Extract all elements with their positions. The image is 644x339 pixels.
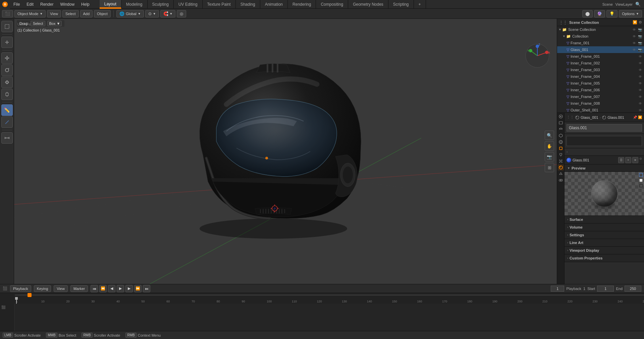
select-box-label[interactable]: Select xyxy=(31,21,46,26)
preview-tab-material-balls[interactable]: ⊙ xyxy=(639,183,643,188)
play-btn[interactable]: ▶ xyxy=(117,285,124,292)
menu-render[interactable]: Render xyxy=(37,0,57,9)
transform-global-btn[interactable]: 🌐 Global ▼ xyxy=(116,10,144,17)
menu-file[interactable]: File xyxy=(10,0,23,9)
move-tool[interactable] xyxy=(1,52,13,64)
outliner-collection[interactable]: ▼ 📁 Collection 👁 📷 xyxy=(557,33,644,40)
outliner-inner-frame-001[interactable]: ▽ Inner_Frame_001 👁 xyxy=(557,53,644,60)
preview-tab-flat[interactable]: ⬜ xyxy=(639,178,643,183)
blender-logo[interactable]: B xyxy=(0,0,10,9)
mat-extra-icon[interactable]: ⚙ xyxy=(639,157,642,163)
view-menu-btn[interactable]: View xyxy=(47,10,61,17)
playback-menu-btn[interactable]: Playback xyxy=(10,285,31,292)
marker-menu-btn[interactable]: Marker xyxy=(70,285,88,292)
viewport-gizmo[interactable]: X Y Z xyxy=(524,42,551,70)
select-box-tool[interactable] xyxy=(1,21,13,32)
viewport-shading-solid-btn[interactable]: ⬤ xyxy=(582,10,593,17)
prop-tab-scene[interactable] xyxy=(558,133,564,139)
next-keyframe-btn[interactable]: ⏩ xyxy=(134,285,142,292)
keying-menu-btn[interactable]: Keying xyxy=(34,285,51,292)
measure-tool[interactable] xyxy=(1,132,13,144)
jump-next-btn[interactable]: ▶ xyxy=(125,285,133,292)
glass001-render[interactable]: 📷 xyxy=(637,48,643,52)
camera-btn[interactable]: 📷 xyxy=(545,152,554,161)
tab-sculpting[interactable]: Sculpting xyxy=(148,0,174,9)
tl-view-menu-btn[interactable]: View xyxy=(54,285,68,292)
annotate-line-tool[interactable] xyxy=(1,116,13,128)
if003-vis[interactable]: 👁 xyxy=(638,68,643,72)
scrubber-track[interactable] xyxy=(15,294,644,296)
tab-rendering[interactable]: Rendering xyxy=(288,0,316,9)
tab-scripting[interactable]: Scripting xyxy=(388,0,414,9)
viewport-icon-btn[interactable]: ⬛ xyxy=(2,10,13,17)
prop-tab-view-layer[interactable] xyxy=(558,126,564,132)
frame001-vis[interactable]: 👁 xyxy=(632,41,637,45)
outliner-outer-shell-001[interactable]: ▽ Outer_Shell_001 👁 xyxy=(557,107,644,112)
outliner-settings-icon[interactable]: ⚙ xyxy=(639,20,642,25)
object-menu-btn[interactable]: Object xyxy=(94,10,111,17)
rotate-tool[interactable] xyxy=(1,64,13,76)
line-art-header[interactable]: › Line Art xyxy=(565,239,644,246)
grid-btn[interactable]: ⊞ xyxy=(545,163,554,172)
ruler-content[interactable]: 1 10 20 30 40 50 60 70 80 90 100 110 120… xyxy=(16,297,643,304)
if007-vis[interactable]: 👁 xyxy=(638,95,643,99)
outliner-frame-001[interactable]: ▽ Frame_001 👁 📷 xyxy=(557,40,644,46)
prev-keyframe-btn[interactable]: ⏪ xyxy=(99,285,107,292)
tab-animation[interactable]: Animation xyxy=(260,0,288,9)
prop-tab-constraints[interactable] xyxy=(558,177,564,183)
outliner-content[interactable]: ▼ 📁 Scene Collection 👁 📷 ▼ 📁 Collection … xyxy=(557,26,644,112)
tab-add-workspace[interactable]: + xyxy=(414,0,426,9)
prop-tab-modifiers[interactable] xyxy=(558,152,564,158)
object-mode-dropdown[interactable]: Object Mode ▼ xyxy=(14,10,46,17)
outliner-inner-frame-005[interactable]: ▽ Inner_Frame_005 👁 xyxy=(557,80,644,87)
if008-vis[interactable]: 👁 xyxy=(638,102,643,105)
viewport-display-header[interactable]: › Viewport Display xyxy=(565,247,644,254)
if005-vis[interactable]: 👁 xyxy=(638,82,643,85)
preview-section-header[interactable]: ▼ Preview xyxy=(565,164,644,172)
if001-vis[interactable]: 👁 xyxy=(638,55,643,58)
outliner-filter-icon[interactable]: 🔽 xyxy=(633,20,637,25)
tab-shading[interactable]: Shading xyxy=(236,0,260,9)
viewport-shading-material-btn[interactable]: 🔮 xyxy=(594,10,605,17)
collection-render-icon[interactable]: 📷 xyxy=(637,35,643,38)
jump-prev-btn[interactable]: ◀ xyxy=(108,285,115,292)
outliner-inner-frame-006[interactable]: ▽ Inner_Frame_006 👁 xyxy=(557,87,644,93)
drag-selectbox-controls[interactable]: Drag: Select Box ▼ xyxy=(17,20,64,27)
transform-tool[interactable] xyxy=(1,89,13,100)
frame001-render[interactable]: 📷 xyxy=(637,41,643,45)
prop-tab-render[interactable] xyxy=(558,113,564,119)
settings-header[interactable]: › Settings xyxy=(565,231,644,239)
pin-icon[interactable]: 📌 xyxy=(633,115,637,119)
snap-btn[interactable]: 🧲 ▼ xyxy=(160,10,176,17)
jump-end-btn[interactable]: ⏭ xyxy=(143,285,150,292)
prop-tab-object[interactable] xyxy=(558,145,564,151)
preview-tab-sphere[interactable]: ⚫ xyxy=(639,173,643,177)
outliner-inner-frame-002[interactable]: ▽ Inner_Frame_002 👁 xyxy=(557,60,644,66)
outliner-scene-collection[interactable]: ▼ 📁 Scene Collection 👁 📷 xyxy=(557,26,644,33)
menu-help[interactable]: Help xyxy=(78,0,93,9)
prop-tab-output[interactable] xyxy=(558,120,564,126)
mat-browse-btn[interactable]: ☰ xyxy=(618,157,624,163)
prop-tab-material[interactable] xyxy=(558,164,564,171)
properties-content[interactable]: ⋮⋮ Glass_001 › Glass.001 📌 🔽 xyxy=(565,113,644,284)
prop-tab-world[interactable] xyxy=(558,139,564,145)
start-frame-input[interactable] xyxy=(597,286,614,292)
if004-vis[interactable]: 👁 xyxy=(638,75,643,79)
render-icon[interactable]: 📷 xyxy=(637,28,643,32)
annotate-tool[interactable]: ✏️ xyxy=(1,104,13,116)
if006-vis[interactable]: 👁 xyxy=(638,88,643,92)
viewport-shading-rendered-btn[interactable]: 💡 xyxy=(606,10,618,17)
current-frame-display[interactable]: 1 xyxy=(551,286,564,292)
filter-icon[interactable]: 🔽 xyxy=(638,115,642,119)
select-menu-btn[interactable]: Select xyxy=(62,10,79,17)
outliner-inner-frame-007[interactable]: ▽ Inner_Frame_007 👁 xyxy=(557,93,644,100)
tab-texture-paint[interactable]: Texture Paint xyxy=(203,0,236,9)
volume-header[interactable]: › Volume xyxy=(565,224,644,231)
tab-uv-editing[interactable]: UV Editing xyxy=(174,0,203,9)
mat-new-btn[interactable]: + xyxy=(625,157,631,163)
menu-window[interactable]: Window xyxy=(57,0,78,9)
visibility-icon[interactable]: 👁 xyxy=(632,28,637,32)
prop-tab-particles[interactable] xyxy=(558,158,564,164)
timeline-content[interactable]: ⬛ xyxy=(0,304,644,331)
cursor-tool[interactable]: ✛ xyxy=(1,37,13,48)
